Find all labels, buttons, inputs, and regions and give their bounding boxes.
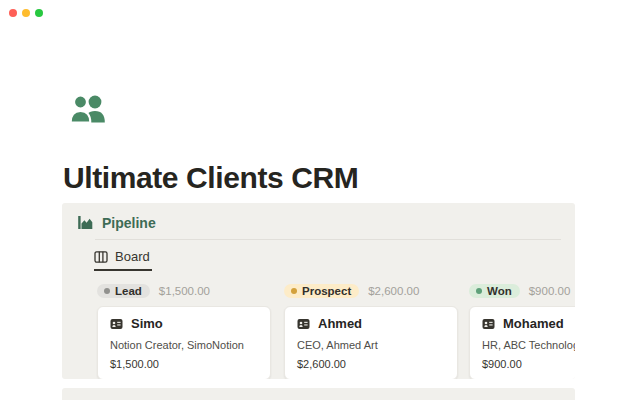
board-column-won: Won $900.00 Mohamed HR, ABC Technology: [469, 283, 575, 379]
tab-board-label: Board: [115, 249, 150, 264]
card-subtitle: CEO, Ahmed Art: [297, 339, 445, 351]
status-label: Prospect: [302, 285, 351, 297]
status-dot: [291, 288, 297, 294]
status-label: Won: [487, 285, 512, 297]
kanban-board: Lead $1,500.00 Simo Notion Creator, Simo…: [62, 283, 575, 379]
column-total: $900.00: [529, 285, 571, 297]
deal-card-mohamed[interactable]: Mohamed HR, ABC Technology $900.00: [469, 306, 575, 379]
card-amount: $900.00: [482, 358, 575, 370]
area-chart-icon: [77, 214, 94, 231]
pipeline-section: Pipeline Board Lead $1,500.00: [62, 203, 575, 379]
deal-card-ahmed[interactable]: Ahmed CEO, Ahmed Art $2,600.00: [284, 306, 458, 379]
contact-card-icon: [297, 318, 310, 330]
pipeline-title[interactable]: Pipeline: [102, 215, 156, 231]
status-dot: [104, 288, 110, 294]
contact-card-icon: [110, 318, 123, 330]
status-pill-prospect[interactable]: Prospect: [284, 284, 359, 298]
card-amount: $1,500.00: [110, 358, 258, 370]
status-pill-lead[interactable]: Lead: [97, 284, 150, 298]
card-name: Ahmed: [318, 316, 362, 331]
status-pill-won[interactable]: Won: [469, 284, 520, 298]
pipeline-header: Pipeline: [62, 203, 575, 231]
board-column-prospect: Prospect $2,600.00 Ahmed CEO, Ahmed Art: [284, 283, 458, 379]
minimize-button[interactable]: [22, 9, 30, 17]
page-title[interactable]: Ultimate Clients CRM: [63, 161, 358, 195]
tab-board[interactable]: Board: [94, 240, 152, 271]
status-label: Lead: [115, 285, 142, 297]
card-name: Mohamed: [503, 316, 564, 331]
card-subtitle: HR, ABC Technology: [482, 339, 575, 351]
column-header: Prospect $2,600.00: [284, 283, 458, 298]
column-header: Won $900.00: [469, 283, 575, 298]
card-name: Simo: [131, 316, 163, 331]
card-subtitle: Notion Creator, SimoNotion: [110, 339, 258, 351]
column-header: Lead $1,500.00: [97, 283, 271, 298]
close-button[interactable]: [9, 9, 17, 17]
window-controls: [9, 9, 43, 17]
header-divider: [95, 239, 561, 240]
contact-card-icon: [482, 318, 495, 330]
board-icon: [94, 250, 108, 264]
people-icon: [67, 89, 109, 131]
next-section-peek: [62, 388, 575, 400]
zoom-button[interactable]: [35, 9, 43, 17]
board-column-lead: Lead $1,500.00 Simo Notion Creator, Simo…: [97, 283, 271, 379]
card-amount: $2,600.00: [297, 358, 445, 370]
page-icon[interactable]: [67, 89, 109, 131]
column-total: $2,600.00: [368, 285, 419, 297]
status-dot: [476, 288, 482, 294]
column-total: $1,500.00: [159, 285, 210, 297]
deal-card-simo[interactable]: Simo Notion Creator, SimoNotion $1,500.0…: [97, 306, 271, 379]
